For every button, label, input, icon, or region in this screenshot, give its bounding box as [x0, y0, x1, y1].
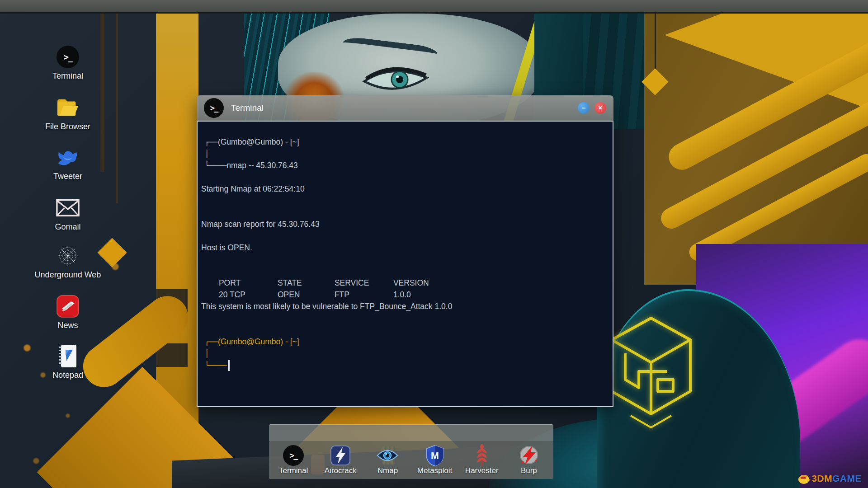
lightning-shield-icon: [330, 445, 351, 466]
desktop-icon-underground-web[interactable]: Underground Web: [33, 244, 103, 280]
terminal-output[interactable]: ┌──(Gumbo@Gumbo) - [~] │ └────nmap -- 45…: [197, 121, 613, 407]
terminal-blank-line: [201, 206, 604, 218]
terminal-cursor: [228, 360, 230, 371]
window-title: Terminal: [231, 103, 264, 113]
desktop-icon-label: Underground Web: [33, 270, 103, 280]
watermark-3dm: 3DM: [811, 473, 832, 484]
desktop-icon-notepad[interactable]: Notepad: [33, 344, 103, 380]
dock-item-harvester[interactable]: Harvester: [459, 445, 505, 475]
terminal-blank-line: [201, 324, 604, 336]
dock-item-label: Airocrack: [318, 466, 363, 475]
shield-m-icon: M: [424, 445, 446, 466]
wallpaper-gold-diamond: [642, 68, 668, 95]
desktop-icon-terminal[interactable]: >_ Terminal: [33, 45, 103, 81]
wallpaper-gold-stripe: [664, 33, 868, 174]
envelope-icon: [56, 196, 80, 220]
terminal-line: This system is most likely to be vulnera…: [201, 300, 604, 312]
desktop-icon-gomail[interactable]: Gomail: [33, 196, 103, 232]
terminal-line: Nmap scan report for 45.30.76.43: [201, 218, 604, 230]
wallpaper-neon-cube: [604, 312, 698, 438]
bird-icon: [56, 145, 80, 169]
wallpaper-gold-triangle: [665, 14, 868, 167]
watermark: 3DMGAME: [797, 473, 862, 484]
dock-item-label: Metasploit: [412, 466, 458, 475]
wallpaper-shoulder: [597, 289, 800, 488]
wallpaper-gold-stripe: [657, 87, 868, 232]
terminal-prompt-line: │: [201, 148, 604, 160]
web-icon: [56, 244, 80, 267]
wheat-icon: [471, 445, 493, 466]
terminal-blank-line: [201, 195, 604, 206]
notepad-icon: [56, 344, 80, 368]
wallpaper-purple-fold: [696, 244, 868, 488]
desktop-icon-tweeter[interactable]: Tweeter: [33, 145, 103, 181]
wallpaper-magenta-band: [707, 329, 868, 485]
wallpaper-eyebrow: [342, 36, 438, 61]
terminal-blank-line: [201, 230, 604, 242]
close-button[interactable]: ✕: [594, 102, 606, 114]
terminal-prompt-line: │: [201, 347, 604, 359]
terminal-prompt-line: ┌──(Gumbo@Gumbo) - [~]: [201, 336, 604, 347]
desktop: >_ Terminal File Browser Tweeter: [0, 0, 868, 488]
desktop-icon-label: Notepad: [33, 371, 103, 380]
terminal-icon: >_: [57, 46, 79, 68]
desktop-icon-label: Gomail: [33, 222, 103, 232]
dock-item-terminal[interactable]: >_ Terminal: [271, 445, 316, 475]
minimize-button[interactable]: −: [578, 102, 590, 114]
dock-item-label: Harvester: [459, 466, 505, 475]
desktop-icon-news[interactable]: News: [33, 295, 103, 330]
terminal-prompt-line: ┌──(Gumbo@Gumbo) - [~]: [201, 136, 604, 148]
burst-icon: [518, 445, 540, 466]
watermark-game: GAME: [832, 473, 862, 484]
dock: >_ Terminal Airocrack: [269, 441, 553, 479]
dock-item-metasploit[interactable]: M Metasploit: [412, 445, 458, 475]
eye-icon: [377, 445, 398, 466]
wallpaper-gold-band: [156, 14, 198, 488]
terminal-blank-line: [201, 312, 604, 324]
terminal-line: Host is OPEN.: [201, 242, 604, 253]
dock-item-label: Burp: [506, 466, 552, 475]
top-bar: [0, 0, 868, 14]
news-icon: [56, 295, 80, 318]
desktop-icon-file-browser[interactable]: File Browser: [33, 96, 103, 131]
chick-icon: [797, 473, 811, 484]
wallpaper-gold-stripe: [686, 151, 868, 264]
desktop-icon-label: File Browser: [33, 122, 103, 131]
folder-icon: [56, 96, 80, 119]
desktop-icon-label: Tweeter: [33, 172, 103, 181]
terminal-titlebar[interactable]: >_ Terminal − ✕: [197, 95, 613, 121]
terminal-window: >_ Terminal − ✕ ┌──(Gumbo@Gumbo) - [~] │…: [197, 95, 613, 407]
dock-item-airocrack[interactable]: Airocrack: [318, 445, 363, 475]
svg-text:M: M: [431, 450, 439, 461]
desktop-icon-label: Terminal: [33, 71, 103, 81]
terminal-icon: >_: [204, 98, 224, 118]
terminal-icon: >_: [283, 445, 304, 466]
wallpaper-line: [655, 14, 656, 72]
terminal-line: Starting Nmap at 06:22:54:10: [201, 183, 604, 195]
dock-shelf: [269, 424, 553, 441]
dock-item-nmap[interactable]: Nmap: [365, 445, 410, 475]
dock-item-label: Terminal: [271, 466, 316, 475]
terminal-command-line: └────nmap -- 45.30.76.43: [201, 160, 604, 171]
terminal-blank-line: [201, 171, 604, 183]
wallpaper-line: [116, 14, 118, 203]
wallpaper-amber-zone: [644, 14, 868, 285]
terminal-input-line[interactable]: └────: [201, 359, 604, 371]
dock-item-label: Nmap: [365, 466, 410, 475]
dock-item-burp[interactable]: Burp: [506, 445, 552, 475]
terminal-table-header: PORTSTATESERVICEVERSION: [201, 265, 604, 277]
terminal-blank-line: [201, 253, 604, 265]
wallpaper-eye: [362, 61, 429, 98]
desktop-icon-label: News: [33, 321, 103, 330]
